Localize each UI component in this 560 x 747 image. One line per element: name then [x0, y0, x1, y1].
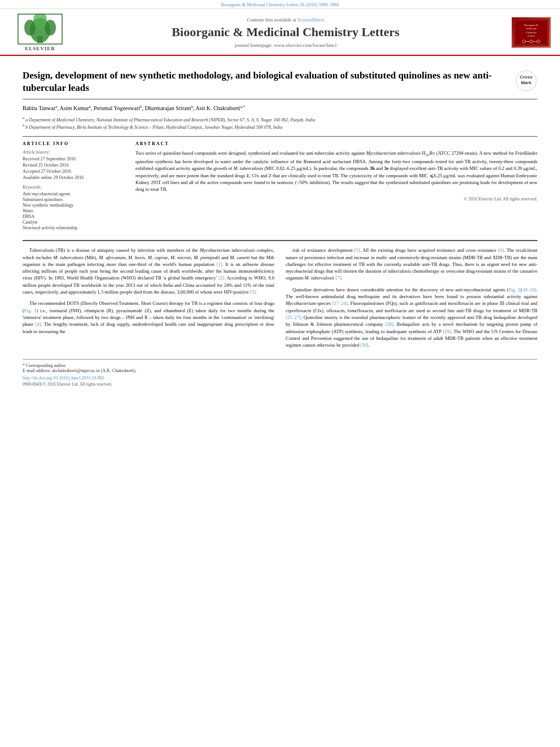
body-col-1: Tuberculosis (TB) is a disease of antiqu… [23, 247, 274, 353]
corresponding-author-note: * Corresponding author. [23, 363, 537, 368]
body-col-2: risk of resistance development [5]. All … [286, 247, 537, 353]
svg-text:Letters: Letters [528, 34, 535, 37]
svg-text:Medicinal: Medicinal [526, 27, 537, 30]
accepted-date: Accepted 27 October 2016 [23, 169, 124, 174]
doi-link[interactable]: http://dx.doi.org/10.1016/j.bmcl.2016.10… [23, 375, 104, 381]
abstract-header: ABSTRACT [135, 141, 537, 146]
ref-8-16-link[interactable]: [8–16] [523, 287, 536, 292]
body-para-3: risk of resistance development [5]. All … [286, 247, 537, 282]
abstract-text: Two series of quinoline-based compounds … [135, 150, 537, 193]
fig2-link[interactable]: Fig. 2 [509, 287, 520, 292]
ref-6-link[interactable]: [6] [498, 247, 504, 253]
author-asit: Asit K. Chakraborti [195, 106, 240, 112]
top-bar: Bioorganic & Medicinal Chemistry Letters… [0, 0, 560, 9]
copyright-line: © 2016 Elsevier Ltd. All rights reserved… [135, 196, 537, 202]
journal-cover-icon: Bioorganic & Medicinal Chemistry Letters [514, 18, 549, 47]
keyword-1: Anti-mycobacterial agents [23, 191, 124, 196]
body-para-2: The recommended DOTS (Directly Observed … [23, 300, 274, 335]
elsevier-label: ELSEVIER [25, 46, 55, 51]
ref-5-link[interactable]: [5] [355, 247, 360, 253]
ref-17-24-link[interactable]: [17–24] [333, 300, 348, 306]
body-para-1: Tuberculosis (TB) is a disease of antiqu… [23, 247, 274, 295]
author-babita: Babita Tanwar [23, 106, 55, 112]
journal-homepage: journal homepage: www.elsevier.com/locat… [77, 42, 495, 48]
author-asim: Asim Kumar [60, 106, 89, 112]
ref-1-link[interactable]: [1] [216, 261, 222, 267]
contents-line: Contents lists available at ScienceDirec… [77, 17, 495, 23]
journal-title: Bioorganic & Medicinal Chemistry Letters [77, 25, 495, 40]
journal-thumbnail-block: Bioorganic & Medicinal Chemistry Letters [500, 17, 551, 48]
ref-29-link[interactable]: [29] [443, 329, 451, 334]
ref-2-link[interactable]: [2] [218, 275, 224, 281]
svg-text:Bioorganic &: Bioorganic & [524, 24, 539, 27]
journal-title-block: Contents lists available at ScienceDirec… [71, 17, 500, 47]
ref-3-link[interactable]: [3] [250, 289, 256, 295]
keyword-7: Structural activity relationship [23, 225, 124, 230]
keywords-section: Keywords: Anti-mycobacterial agents Subs… [23, 185, 124, 230]
elsevier-logo-block: ELSEVIER [9, 14, 71, 51]
journal-header: ELSEVIER Contents lists available at Sci… [0, 9, 560, 56]
keyword-5: DBSA [23, 214, 124, 219]
article-title: Design, development of new synthetic met… [23, 69, 509, 94]
revised-date: Revised 25 October 2016 [23, 163, 124, 168]
ref-28-link[interactable]: [28] [386, 321, 393, 327]
received-date: Received 27 September 2016 [23, 156, 124, 161]
footnote-section: * Corresponding author. E-mail address: … [23, 359, 537, 387]
body-two-col: Tuberculosis (TB) is a disease of antiqu… [23, 247, 537, 353]
doi-line[interactable]: http://dx.doi.org/10.1016/j.bmcl.2016.10… [23, 375, 537, 381]
keyword-4: Water [23, 208, 124, 213]
affiliation-a: a a Department of Medicinal Chemistry, N… [23, 115, 537, 123]
article-title-section: Design, development of new synthetic met… [23, 62, 537, 99]
ref-7-link[interactable]: [7] [335, 275, 341, 281]
sciencedirect-link[interactable]: ScienceDirect [298, 17, 325, 23]
ref-25-27-link[interactable]: [25–27] [286, 314, 301, 320]
history-label: Article history: [23, 150, 124, 155]
svg-text:Chemistry: Chemistry [526, 31, 537, 34]
journal-thumbnail: Bioorganic & Medicinal Chemistry Letters [511, 17, 551, 48]
ref-30-link[interactable]: [30] [360, 342, 368, 348]
affiliation-b: b b Department of Pharmacy, Birla Instit… [23, 123, 537, 130]
body-section: Tuberculosis (TB) is a disease of antiqu… [23, 240, 537, 386]
authors-line: Babita Tanwara, Asim Kumara, Perumal Yog… [23, 104, 537, 112]
keyword-6: Catalyst [23, 220, 124, 225]
ref-4-link[interactable]: [4] [36, 321, 41, 327]
abstract-column: ABSTRACT Two series of quinoline-based c… [135, 141, 537, 231]
body-para-4: Quinoline derivatives have drawn conside… [286, 286, 537, 349]
author-dharmarajan: Dharmarajan Sriram [145, 106, 191, 112]
fig1-link[interactable]: Fig. 1 [24, 308, 37, 313]
issn-line: 0960-894X/© 2016 Elsevier Ltd. All right… [23, 382, 537, 387]
keyword-2: Substituted quinolines [23, 197, 124, 202]
svg-text:Mark: Mark [521, 80, 532, 85]
elsevier-logo: ELSEVIER [18, 14, 63, 51]
crossmark-icon: Cross Mark [515, 69, 537, 92]
article-info-header: ARTICLE INFO [23, 141, 124, 146]
article-info-abstract: ARTICLE INFO Article history: Received 2… [23, 136, 537, 231]
elsevier-tree-icon [18, 14, 63, 45]
article-info-column: ARTICLE INFO Article history: Received 2… [23, 141, 124, 231]
keyword-3: New synthetic methodology [23, 203, 124, 208]
journal-citation: Bioorganic & Medicinal Chemistry Letters… [221, 2, 339, 7]
email-line: E-mail address: akchakraborti@niper.ac.i… [23, 368, 537, 373]
available-online-date: Available online 29 October 2016 [23, 175, 124, 180]
main-content: Design, development of new synthetic met… [0, 56, 560, 392]
author-perumal: Perumal Yogeeswari [94, 106, 140, 112]
affiliations: a a Department of Medicinal Chemistry, N… [23, 115, 537, 131]
svg-text:Cross: Cross [520, 75, 533, 80]
keywords-label: Keywords: [23, 185, 124, 190]
